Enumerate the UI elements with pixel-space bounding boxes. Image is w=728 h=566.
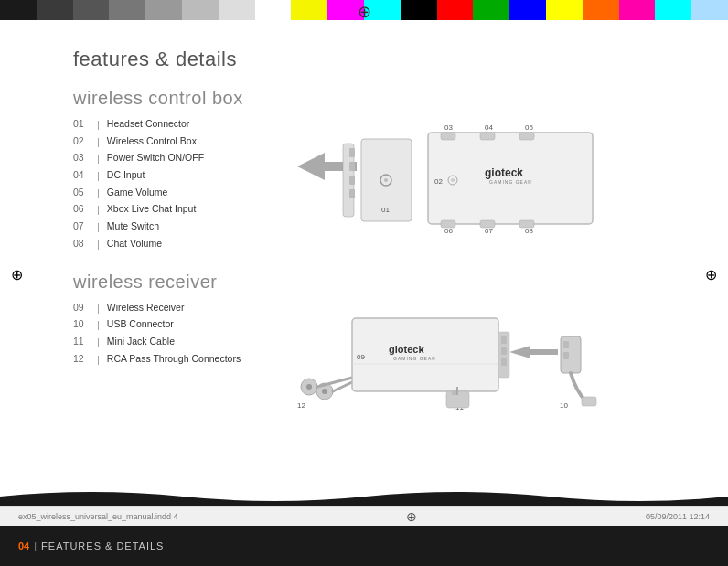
feature-separator: | (97, 334, 100, 351)
section1-feature-list: 01|Headset Connector02|Wireless Control … (73, 116, 274, 253)
svg-text:03: 03 (444, 123, 453, 132)
color-segment (291, 0, 327, 20)
feature-separator: | (97, 185, 100, 202)
bottom-bar: 04 | FEATURES & DETAILS (0, 526, 728, 566)
svg-text:✓: ✓ (419, 345, 426, 354)
color-segment (583, 0, 619, 20)
svg-text:02: 02 (434, 177, 443, 186)
color-segment (109, 0, 145, 20)
svg-text:GAMING GEAR: GAMING GEAR (393, 356, 436, 361)
feature-separator: | (97, 300, 100, 317)
svg-rect-45 (501, 358, 507, 366)
svg-text:08: 08 (525, 227, 533, 235)
color-segment (437, 0, 474, 20)
bottom-separator: | (34, 540, 37, 551)
color-segment (691, 0, 728, 20)
feature-label: USB Connector (107, 316, 174, 334)
section-wireless-receiver: wireless receiver 09|Wireless Receiver10… (73, 272, 655, 410)
feature-separator: | (97, 236, 100, 253)
svg-rect-5 (349, 189, 355, 198)
feature-separator: | (97, 351, 100, 368)
svg-rect-27 (480, 220, 495, 228)
svg-text:05: 05 (525, 123, 533, 132)
svg-rect-49 (563, 341, 569, 348)
svg-rect-16 (519, 133, 534, 140)
svg-text:07: 07 (485, 227, 493, 235)
feature-num: 01 (73, 116, 93, 133)
section2-layout: 09|Wireless Receiver10|USB Connector11|M… (73, 300, 655, 410)
feature-separator: | (97, 150, 100, 167)
color-segment (473, 0, 509, 20)
svg-text:01: 01 (381, 206, 390, 214)
svg-rect-26 (441, 220, 455, 228)
footer-datetime: 05/09/2011 12:14 (646, 512, 710, 521)
feature-label: DC Input (107, 167, 145, 185)
section-wireless-control-box: wireless control box 01|Headset Connecto… (73, 88, 655, 253)
section1-layout: 01|Headset Connector02|Wireless Control … (73, 116, 655, 253)
feature-label: Wireless Control Box (107, 133, 197, 151)
feature-num: 11 (73, 334, 93, 351)
main-content: features & details wireless control box … (0, 20, 728, 410)
list-item: 11|Mini Jack Cable (73, 334, 274, 351)
feature-num: 06 (73, 201, 93, 219)
svg-rect-50 (563, 352, 569, 359)
svg-text:10: 10 (560, 401, 568, 410)
svg-rect-15 (480, 133, 495, 140)
footer-filename: ex05_wireless_universal_eu_manual.indd 4 (18, 512, 178, 521)
feature-num: 04 (73, 167, 93, 185)
svg-point-19 (451, 178, 455, 182)
section1-title: wireless control box (73, 88, 655, 109)
section2-title: wireless receiver (73, 272, 655, 293)
reg-mark-footer: ⊕ (406, 509, 417, 524)
feature-label: Headset Connector (107, 116, 189, 133)
footer-reg-mark: ⊕ (406, 509, 417, 524)
footer-line: ex05_wireless_universal_eu_manual.indd 4… (0, 506, 728, 526)
color-segment (0, 0, 37, 20)
list-item: 12|RCA Pass Through Connectors (73, 351, 274, 368)
reg-mark-top-center: ⊕ (358, 2, 371, 22)
feature-label: Wireless Receiver (107, 300, 185, 317)
list-item: 10|USB Connector (73, 316, 274, 334)
feature-separator: | (97, 219, 100, 236)
feature-separator: | (97, 201, 100, 219)
feature-num: 07 (73, 219, 93, 236)
color-segment (37, 0, 73, 20)
list-item: 03|Power Switch ON/OFF (73, 150, 274, 167)
feature-label: Game Volume (107, 185, 168, 202)
svg-text:09: 09 (357, 353, 365, 361)
color-segment (145, 0, 182, 20)
feature-num: 08 (73, 236, 93, 253)
svg-rect-3 (349, 162, 355, 171)
svg-text:06: 06 (444, 227, 453, 235)
list-item: 01|Headset Connector (73, 116, 274, 133)
list-item: 05|Game Volume (73, 185, 274, 202)
list-item: 07|Mute Switch (73, 219, 274, 236)
svg-rect-44 (501, 347, 507, 355)
list-item: 04|DC Input (73, 167, 274, 185)
svg-rect-43 (501, 336, 507, 344)
feature-num: 05 (73, 185, 93, 202)
feature-separator: | (97, 316, 100, 334)
section2-feature-list: 09|Wireless Receiver10|USB Connector11|M… (73, 300, 274, 410)
list-item: 08|Chat Volume (73, 236, 274, 253)
control-box-illustration: 01 03 04 05 02 (293, 116, 655, 235)
page-title: features & details (73, 48, 655, 71)
list-item: 02|Wireless Control Box (73, 133, 274, 151)
wave-decoration (0, 487, 728, 506)
svg-rect-51 (582, 397, 596, 406)
svg-point-33 (322, 389, 327, 394)
svg-text:✓: ✓ (516, 167, 523, 177)
color-segment (182, 0, 219, 20)
color-segment (619, 0, 656, 20)
svg-text:12: 12 (297, 401, 305, 410)
svg-point-8 (384, 178, 388, 182)
svg-rect-4 (349, 176, 355, 185)
feature-separator: | (97, 116, 100, 133)
list-item: 06|Xbox Live Chat Input (73, 201, 274, 219)
svg-rect-2 (349, 148, 355, 157)
feature-num: 12 (73, 351, 93, 368)
feature-num: 03 (73, 150, 93, 167)
feature-num: 02 (73, 133, 93, 151)
svg-rect-14 (441, 133, 455, 140)
feature-label: Mute Switch (107, 219, 159, 236)
